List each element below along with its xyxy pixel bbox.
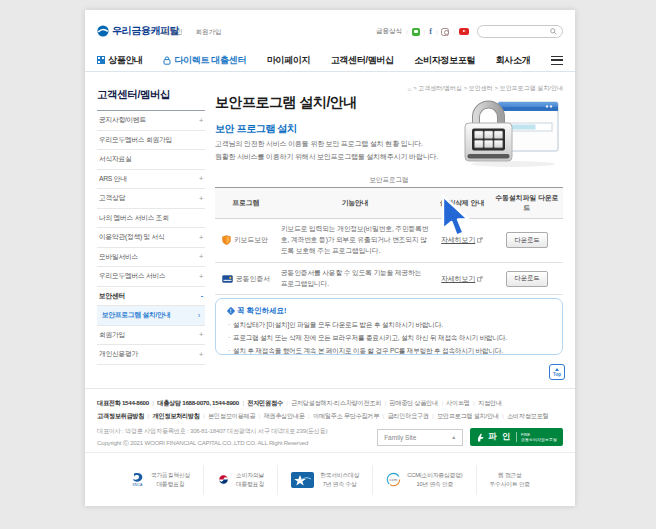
- nav-mypage-label: 마이페이지: [267, 54, 311, 67]
- sidebar-item-ars[interactable]: ARS 안내+: [97, 170, 205, 190]
- footer-link[interactable]: 이메일주소 무단수집거부: [305, 412, 380, 419]
- footer-link[interactable]: 대출상담 1688-0070, 1544-8900: [149, 399, 239, 406]
- blog-icon[interactable]: [412, 28, 420, 36]
- footer-link[interactable]: 개인정보처리방침: [144, 412, 200, 419]
- login-link[interactable]: 로그인: [163, 28, 183, 37]
- shield-icon: [222, 235, 231, 245]
- badge-web-accessibility: 웹 접근성 우수사이트 인증: [476, 465, 544, 495]
- footer-link[interactable]: 근저당설정해지-리스차량이전조회: [283, 399, 381, 406]
- sidebar-item-members-join[interactable]: 우리모두멤버스 회원가입: [97, 131, 205, 151]
- external-link-icon: [477, 276, 483, 282]
- footer-link[interactable]: 판매중단 상품안내: [381, 399, 438, 406]
- download-button[interactable]: 다운로드: [506, 271, 548, 287]
- footer-link[interactable]: 전자민원접수: [239, 399, 283, 406]
- ccm-logo-icon: ccm: [386, 472, 401, 487]
- footer-controls: Family Site ▲ 파 인 FINE 금융소비자정보포털: [377, 428, 563, 446]
- security-program-table: 프로그램 기능안내 설치/삭제 안내 수동설치파일 다운로드 키보드보안 키보드…: [215, 187, 563, 295]
- notice-title: ! 꼭 확인하세요!: [228, 306, 550, 316]
- col-function: 기능안내: [277, 193, 433, 214]
- nav-consumer-portal[interactable]: 소비자정보포털: [414, 54, 475, 67]
- expand-icon: +: [199, 330, 203, 339]
- footer-link[interactable]: 지점안내: [470, 399, 502, 406]
- hamburger-menu-icon[interactable]: [551, 56, 563, 65]
- grid-icon: [97, 56, 105, 64]
- site-header: 우리금융캐피탈 로그인 회원가입 금융상식 | | f | |: [85, 10, 575, 72]
- description-line1: 고객님의 안전한 서비스 이용을 위한 보안 프로그램 설치 현황 입니다.: [215, 138, 438, 151]
- signup-link[interactable]: 회원가입: [196, 28, 222, 37]
- sidebar-item-credit-eval[interactable]: 개인신용평가+: [97, 345, 205, 365]
- footer-link[interactable]: 사이트맵: [438, 399, 470, 406]
- svg-text:ccm: ccm: [390, 477, 398, 482]
- home-icon[interactable]: ⌂: [408, 86, 412, 92]
- sidebar-item-security-program-active[interactable]: 보안프로그램 설치/안내›: [97, 306, 205, 326]
- col-install-guide: 설치/삭제 안내: [433, 193, 491, 213]
- footer-link[interactable]: 보안프로그램 설치/안내: [429, 412, 499, 419]
- family-site-select[interactable]: Family Site ▲: [377, 429, 463, 446]
- footer-links-row1: 대표전화 1544-8600대출상담 1688-0070, 1544-8900전…: [97, 396, 563, 409]
- description-line2: 원활한 서비스를 이용하기 위해서 보안프로그램을 설치해주시기 바랍니다.: [215, 151, 438, 164]
- table-header-row: 프로그램 기능안내 설치/삭제 안내 수동설치파일 다운로드: [215, 188, 563, 219]
- sidebar-item-mobile[interactable]: 모바일서비스+: [97, 248, 205, 268]
- table-caption: 보안프로그램: [215, 176, 563, 185]
- badge-label: 한국서비스대상 7년 연속 수상: [320, 471, 359, 489]
- search-input[interactable]: [483, 28, 550, 35]
- fine-label: 파 인: [488, 431, 512, 443]
- fine-portal-badge[interactable]: 파 인 FINE 금융소비자정보포털: [470, 428, 563, 446]
- section-title: 보안 프로그램 설치: [215, 122, 297, 136]
- lock-badge-icon: [163, 56, 171, 65]
- page-title: 보안프로그램 설치/안내: [215, 94, 357, 112]
- certification-badges: KNCA 국가품질혁신상 대통령표창 소비자의날 대통령표창: [85, 452, 575, 506]
- detail-link[interactable]: 자세히보기: [441, 235, 482, 245]
- sidebar-item-members-service[interactable]: 우리모두멤버스 서비스+: [97, 267, 205, 287]
- badge-label: CCM(소비자중심경영) 10년 연속 인증: [407, 471, 462, 489]
- badge-knca: KNCA 국가품질혁신상 대통령표창: [117, 465, 203, 495]
- breadcrumb-trail: > 고객센터/멤버십 > 보안센터 > 보안프로그램 설치/안내: [413, 84, 563, 93]
- sidebar-item-consult[interactable]: 고객상담+: [97, 189, 205, 209]
- knca-logo-icon: KNCA: [130, 472, 145, 487]
- footer-link[interactable]: 소비자정보포털: [499, 412, 549, 419]
- badge-korea-service-award: 한국서비스대상 7년 연속 수상: [277, 465, 372, 495]
- nav-products[interactable]: 상품안내: [97, 54, 143, 67]
- nav-company[interactable]: 회사소개: [496, 54, 531, 67]
- detail-link[interactable]: 자세히보기: [441, 274, 482, 284]
- instagram-icon[interactable]: [441, 28, 449, 36]
- footer-link[interactable]: 고객정보취급방침: [97, 412, 144, 419]
- finance-tip-link[interactable]: 금융상식: [376, 27, 402, 36]
- nav-mypage[interactable]: 마이페이지: [267, 54, 311, 67]
- utility-links: 로그인 회원가입: [163, 28, 222, 37]
- sidebar-item-forms[interactable]: 서식자료실: [97, 150, 205, 170]
- fine-hand-icon: [476, 433, 484, 442]
- footer-link[interactable]: 대표전화 1544-8600: [97, 399, 149, 406]
- footer-link[interactable]: 본인정보이용제공: [200, 412, 255, 419]
- facebook-icon[interactable]: f: [429, 27, 432, 36]
- expand-icon: +: [199, 350, 203, 359]
- footer-link[interactable]: 채권추심안내문: [255, 412, 305, 419]
- search-icon[interactable]: [550, 28, 557, 35]
- divider: |: [406, 29, 408, 35]
- nav-customer-center-label: 고객센터/멤버십: [331, 54, 394, 67]
- security-lock-illustration: [461, 96, 563, 168]
- sidebar-item-security-center[interactable]: 보안센터-: [97, 287, 205, 307]
- website-page: 우리금융캐피탈 로그인 회원가입 금융상식 | | f | |: [85, 10, 575, 506]
- sidebar-item-my-members[interactable]: 나의 멤버스 서비스 조회: [97, 209, 205, 229]
- notice-item: 설치 후 재접속을 했어도 계속 본 페이지로 이동 할 경우 PC를 재부팅한…: [228, 345, 550, 358]
- certificate-icon: [222, 275, 233, 283]
- sidebar-item-terms[interactable]: 이용약관(정책) 및 서식+: [97, 228, 205, 248]
- divider: |: [436, 29, 438, 35]
- footer-link[interactable]: 금리인하요구권: [379, 412, 429, 419]
- program-description: 키보드로 입력되는 개인정보(비밀번호, 주민등록번호, 계좌번호 등)가 외부…: [277, 219, 433, 262]
- download-button[interactable]: 다운로드: [506, 232, 548, 248]
- arrow-up-icon: [555, 368, 559, 371]
- sidebar-item-notice[interactable]: 공지사항/이벤트+: [97, 111, 205, 131]
- badge-consumer-day: 소비자의날 대통령표창: [203, 465, 277, 495]
- sidebar-item-join[interactable]: 회원가입+: [97, 326, 205, 346]
- scroll-to-top-button[interactable]: Top: [549, 364, 565, 380]
- header-tools: 금융상식 | | f | |: [376, 25, 563, 38]
- youtube-icon[interactable]: [459, 28, 469, 35]
- col-manual-download: 수동설치파일 다운로드: [491, 188, 563, 218]
- nav-direct-loan[interactable]: 다이렉트 대출센터: [163, 54, 246, 67]
- main-navigation: 상품안내 다이렉트 대출센터 마이페이지 고객센터/멤버십 소비자정보포털 회사…: [97, 51, 563, 69]
- notice-item: 설치상태가 [미설치]인 파일을 모두 다운로드 받은 후 설치하시기 바랍니다…: [228, 319, 550, 332]
- nav-customer-center[interactable]: 고객센터/멤버십: [331, 54, 394, 67]
- service-award-icon: [291, 472, 314, 488]
